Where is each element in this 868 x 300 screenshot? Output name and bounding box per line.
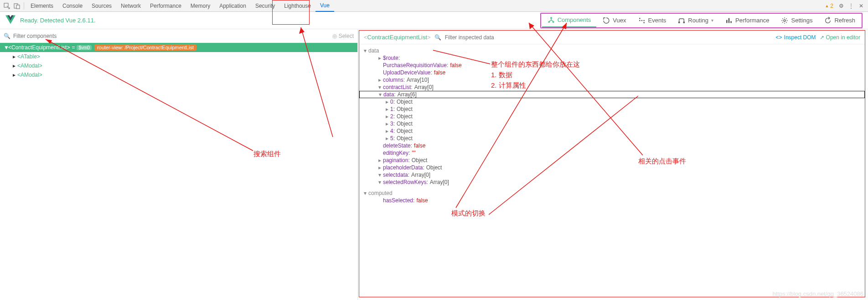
search-icon: 🔍 <box>434 34 441 41</box>
select-component-button[interactable]: ◎Select <box>332 33 354 39</box>
svg-rect-13 <box>726 20 728 23</box>
mode-vuex[interactable]: Vuex <box>597 14 631 27</box>
data-tree-row[interactable]: ▸$route: <box>359 54 865 62</box>
tab-security[interactable]: Security <box>251 0 279 12</box>
data-tree: ▾data ▸$route:PurchaseRequisitionValue:f… <box>359 44 865 297</box>
svg-point-8 <box>643 20 645 21</box>
data-tree-row[interactable]: ▾contractList:Array[0] <box>359 84 865 91</box>
data-tree-row[interactable]: ▸5:Object <box>359 135 865 142</box>
filter-components-input[interactable] <box>13 33 332 39</box>
inspect-dom-button[interactable]: <>Inspect DOM <box>776 34 816 41</box>
data-tree-row[interactable]: ▸3:Object <box>359 120 865 127</box>
svg-point-9 <box>639 18 641 19</box>
inspect-icon[interactable] <box>2 1 12 11</box>
svg-point-5 <box>553 21 554 22</box>
data-tree-row[interactable]: ▾selectedRowKeys:Array[0] <box>359 179 865 186</box>
tab-sources[interactable]: Sources <box>87 0 116 12</box>
more-icon[interactable]: ⋮ <box>846 1 856 11</box>
component-tree-pane: 🔍 ◎Select ▼ <ContractEquipmentList> = $v… <box>0 29 358 300</box>
data-tree-row[interactable]: ▸columns:Array[10] <box>359 76 865 84</box>
tab-performance[interactable]: Performance <box>145 0 186 12</box>
vue-mode-switcher: Components Vuex Events Routing▾ Performa… <box>540 13 863 28</box>
inspected-component-name: <ContractEquipmentList> <box>364 34 431 41</box>
data-tree-row[interactable]: ▾data:Array[6] <box>359 91 865 98</box>
search-icon: 🔍 <box>4 33 10 39</box>
mode-performance[interactable]: Performance <box>720 14 775 27</box>
devtools-tab-strip: Elements Console Sources Network Perform… <box>0 0 868 12</box>
caret-right-icon: ▸ <box>13 53 17 60</box>
data-tree-row[interactable]: ▸placeholderData:Object <box>359 164 865 171</box>
svg-point-11 <box>679 21 680 23</box>
data-section-header[interactable]: ▾data <box>359 47 865 54</box>
data-tree-row[interactable]: PurchaseRequisitionValue:false <box>359 62 865 69</box>
filter-inspected-input[interactable] <box>445 34 772 41</box>
svg-point-12 <box>683 21 685 23</box>
tree-child[interactable]: ▸<ATable> <box>0 52 357 61</box>
tab-application[interactable]: Application <box>215 0 251 12</box>
svg-point-3 <box>550 17 552 19</box>
vue-status-text: Ready. Detected Vue 2.6.11. <box>20 17 96 24</box>
chevron-down-icon: ▾ <box>711 18 713 23</box>
mode-events[interactable]: Events <box>633 14 672 27</box>
data-tree-row[interactable]: ▾selectdata:Array[0] <box>359 171 865 179</box>
svg-point-16 <box>784 20 785 21</box>
tab-lighthouse[interactable]: Lighthouse <box>279 0 315 12</box>
data-tree-row[interactable]: hasSelected:false <box>359 197 865 204</box>
tab-vue[interactable]: Vue <box>315 0 334 12</box>
svg-point-4 <box>548 21 550 22</box>
vue-header: Ready. Detected Vue 2.6.11. Components V… <box>0 12 868 29</box>
data-tree-row[interactable]: UploadDeviceValue:false <box>359 69 865 76</box>
tab-memory[interactable]: Memory <box>186 0 215 12</box>
code-icon: <> <box>776 34 782 41</box>
inspector-header: <ContractEquipmentList> 🔍 <>Inspect DOM … <box>359 31 865 44</box>
close-icon[interactable]: ✕ <box>856 1 866 11</box>
watermark: https://blog.csdn.net/qq_36524086 <box>773 290 864 297</box>
svg-rect-15 <box>730 21 732 23</box>
tab-network[interactable]: Network <box>116 0 145 12</box>
caret-right-icon: ▸ <box>13 63 17 69</box>
data-tree-row[interactable]: ▸4:Object <box>359 127 865 135</box>
caret-right-icon: ▸ <box>13 72 17 78</box>
mode-routing[interactable]: Routing▾ <box>672 14 719 27</box>
data-tree-row[interactable]: ▸2:Object <box>359 113 865 120</box>
data-tree-row[interactable]: ▸pagination:Object <box>359 157 865 164</box>
tree-child[interactable]: ▸<AModal> <box>0 70 357 79</box>
mode-refresh[interactable]: Refresh <box>819 14 861 27</box>
caret-down-icon: ▼ <box>4 44 8 51</box>
tab-console[interactable]: Console <box>58 0 87 12</box>
computed-section-header[interactable]: ▾computed <box>359 189 865 197</box>
warnings-badge[interactable]: 2 <box>825 3 833 9</box>
tab-elements[interactable]: Elements <box>26 0 58 12</box>
tree-child[interactable]: ▸<AModal> <box>0 61 357 70</box>
filter-components-row: 🔍 ◎Select <box>0 29 357 43</box>
settings-gear-icon[interactable]: ⚙ <box>836 1 846 11</box>
svg-point-7 <box>641 20 642 21</box>
target-icon: ◎ <box>332 33 337 39</box>
tree-root-component[interactable]: ▼ <ContractEquipmentList> = $vm0 router-… <box>0 43 357 52</box>
open-editor-button[interactable]: ↗Open in editor <box>820 34 860 41</box>
mode-settings[interactable]: Settings <box>775 14 818 27</box>
data-tree-row[interactable]: ▸1:Object <box>359 105 865 113</box>
data-tree-row[interactable]: deleteState:false <box>359 142 865 149</box>
device-toggle-icon[interactable] <box>12 1 22 11</box>
svg-point-10 <box>643 22 645 23</box>
external-link-icon: ↗ <box>820 34 824 41</box>
inspector-pane: <ContractEquipmentList> 🔍 <>Inspect DOM … <box>359 30 865 297</box>
svg-rect-14 <box>728 18 730 23</box>
mode-components[interactable]: Components <box>542 14 597 27</box>
data-tree-row[interactable]: ▸0:Object <box>359 98 865 105</box>
data-tree-row[interactable]: editingKey:"" <box>359 149 865 157</box>
svg-point-6 <box>639 20 641 21</box>
svg-rect-2 <box>16 5 20 9</box>
vue-logo-icon <box>5 15 16 26</box>
